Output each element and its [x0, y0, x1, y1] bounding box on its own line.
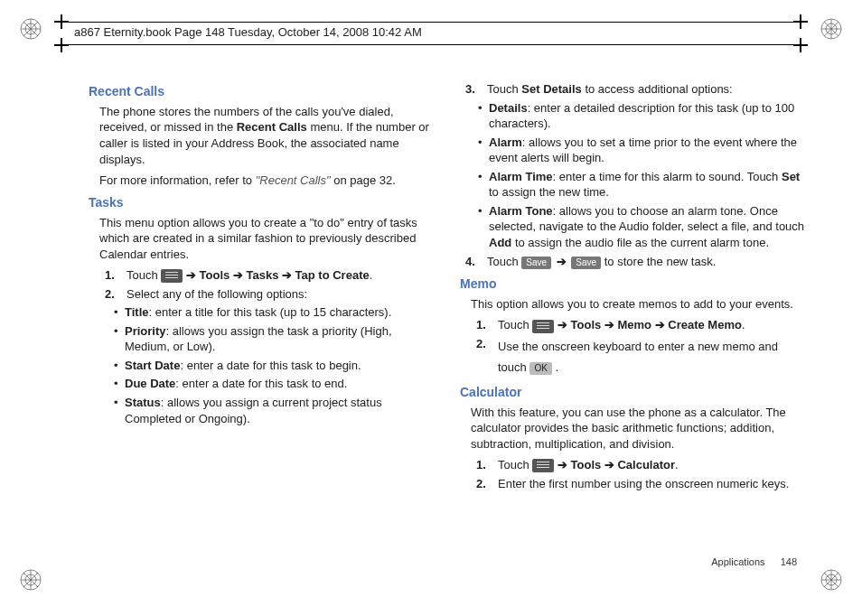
banner-rule-bottom [61, 44, 801, 45]
set-details-bold: Set Details [521, 82, 581, 96]
set-details-options: Details: enter a detailed description fo… [478, 100, 806, 251]
crop-mark-icon [54, 14, 69, 29]
text: Touch [487, 255, 521, 268]
step-1: 1. Touch ➔ Tools ➔ Calculator. [476, 457, 806, 473]
option-label: Title [125, 305, 149, 319]
step-body: Select any of the following options: [126, 286, 435, 303]
page-root: a867 Eternity.book Page 148 Tuesday, Oct… [0, 0, 862, 616]
memo-steps: 1. Touch ➔ Tools ➔ Memo ➔ Create Memo. 2… [476, 317, 806, 378]
page-footer: Applications 148 [711, 556, 797, 567]
body-columns: Recent Calls The phone stores the number… [89, 78, 806, 562]
step-number: 1. [476, 317, 498, 333]
text: to access additional options: [582, 82, 733, 96]
set-bold: Set [782, 170, 800, 183]
option-text: : enter a date for this task to begin. [180, 359, 361, 372]
save-button-graphic: Save [571, 257, 601, 269]
recent-calls-paragraph-1: The phone stores the numbers of the call… [99, 104, 435, 167]
text: Touch [498, 318, 532, 331]
option-start-date: Start Date: enter a date for this task t… [114, 358, 435, 374]
option-due-date: Due Date: enter a date for this task to … [114, 376, 435, 392]
footer-page-number: 148 [781, 556, 797, 567]
save-button-graphic: Save [521, 257, 551, 269]
option-alarm-time: Alarm Time: enter a time for this alarm … [478, 169, 806, 201]
text: For more information, refer to [99, 173, 256, 187]
step-2: 2. Select any of the following options: [105, 286, 435, 303]
text: to store the new task. [601, 255, 716, 268]
tasks-intro: This menu option allows you to create a … [99, 215, 435, 263]
option-alarm: Alarm: allows you to set a time prior to… [478, 135, 806, 166]
menu-icon [532, 320, 554, 333]
heading-recent-calls: Recent Calls [89, 83, 435, 100]
heading-tasks: Tasks [89, 194, 435, 211]
step-3: 3. Touch Set Details to access additiona… [465, 81, 806, 98]
calculator-steps: 1. Touch ➔ Tools ➔ Calculator. 2. Enter … [476, 457, 806, 491]
step-body: Touch Save ➔ Save to store the new task. [487, 254, 806, 270]
header-title: a867 Eternity.book Page 148 Tuesday, Oct… [74, 25, 422, 39]
heading-memo: Memo [460, 275, 806, 293]
text: . [742, 318, 745, 331]
heading-calculator: Calculator [460, 384, 806, 401]
step-number: 3. [465, 81, 487, 98]
arrow-icon: ➔ [551, 255, 571, 268]
step-number: 2. [476, 476, 498, 492]
step-number: 1. [105, 267, 126, 284]
step-number: 4. [465, 254, 487, 270]
add-bold: Add [489, 236, 511, 249]
option-details: Details: enter a detailed description fo… [478, 100, 806, 132]
nav-path: ➔ Tools ➔ Memo ➔ Create Memo [554, 318, 742, 331]
step-number: 1. [476, 457, 498, 473]
option-text: : enter a time for this alarm to sound. … [553, 170, 782, 183]
step-body: Use the onscreen keyboard to enter a new… [498, 336, 806, 378]
cross-reference: "Recent Calls" [256, 173, 331, 187]
ornament-bottom-left [20, 569, 42, 591]
option-label: Details [489, 101, 528, 115]
step-2: 2. Enter the first number using the onsc… [476, 476, 806, 492]
nav-path: ➔ Tools ➔ Tasks ➔ Tap to Create [183, 268, 369, 282]
text: on page 32. [331, 173, 396, 187]
option-priority: Priority: allows you assign the task a p… [114, 323, 435, 355]
option-label: Alarm Tone [489, 204, 553, 218]
step-1: 1. Touch ➔ Tools ➔ Tasks ➔ Tap to Create… [105, 267, 435, 284]
recent-calls-bold: Recent Calls [237, 120, 307, 134]
ornament-bottom-right [820, 569, 842, 591]
option-text: to assign the audio file as the current … [511, 236, 769, 249]
column-right: 3. Touch Set Details to access additiona… [460, 78, 806, 562]
ornament-top-left [20, 18, 42, 40]
step-number: 2. [105, 286, 126, 303]
recent-calls-paragraph-2: For more information, refer to "Recent C… [99, 173, 435, 189]
option-label: Start Date [125, 359, 180, 372]
text: Touch [126, 268, 161, 282]
banner-rule-top [61, 22, 801, 23]
option-text: : enter a detailed description for this … [489, 101, 794, 131]
option-status: Status: allows you assign a current proj… [114, 395, 435, 426]
calculator-intro: With this feature, you can use the phone… [471, 405, 806, 453]
text: . [370, 268, 373, 282]
crop-mark-icon [793, 14, 808, 29]
step-number: 2. [476, 336, 498, 378]
text: . [675, 458, 679, 471]
footer-section: Applications [711, 556, 764, 567]
text: Touch [487, 82, 521, 96]
tasks-steps-cont-2: 4. Touch Save ➔ Save to store the new ta… [465, 254, 806, 270]
tasks-steps-cont: 3. Touch Set Details to access additiona… [465, 81, 806, 98]
option-text: : enter a title for this task (up to 15 … [149, 305, 392, 319]
text: . [552, 360, 558, 374]
step-body: Touch ➔ Tools ➔ Memo ➔ Create Memo. [498, 317, 806, 333]
option-label: Alarm [489, 135, 522, 149]
step-4: 4. Touch Save ➔ Save to store the new ta… [465, 254, 806, 270]
option-text: : allows you assign a current project st… [125, 396, 382, 425]
option-text: to assign the new time. [489, 185, 609, 199]
option-title: Title: enter a title for this task (up t… [114, 304, 435, 321]
header-banner: a867 Eternity.book Page 148 Tuesday, Oct… [61, 22, 801, 45]
option-label: Due Date [125, 377, 175, 390]
tasks-steps: 1. Touch ➔ Tools ➔ Tasks ➔ Tap to Create… [105, 267, 435, 302]
crop-mark-icon [54, 38, 69, 52]
step-body: Touch ➔ Tools ➔ Calculator. [498, 457, 806, 473]
step-body: Touch Set Details to access additional o… [487, 81, 806, 98]
option-text: : allows you to set a time prior to the … [489, 135, 797, 165]
memo-intro: This option allows you to create memos t… [471, 296, 806, 313]
nav-path: ➔ Tools ➔ Calculator [554, 458, 675, 471]
ok-button-graphic: OK [529, 362, 551, 375]
tasks-options: Title: enter a title for this task (up t… [114, 304, 435, 426]
option-label: Priority [125, 324, 166, 338]
